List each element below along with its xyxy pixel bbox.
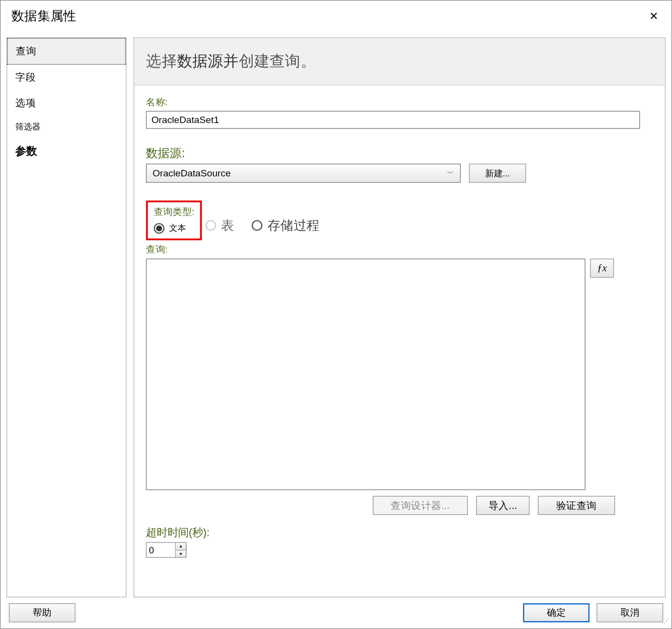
radio-table[interactable]: 表	[206, 216, 234, 234]
datasource-value: OracleDataSource	[153, 168, 231, 179]
datasource-label: 数据源:	[146, 145, 653, 161]
heading-tail: 查询。	[269, 52, 316, 70]
sidebar-item-options[interactable]: 选项	[7, 90, 126, 116]
query-designer-button[interactable]: 查询设计器...	[373, 496, 468, 515]
query-input[interactable]	[146, 258, 585, 490]
sidebar-item-query[interactable]: 查询	[7, 38, 126, 65]
timeout-input[interactable]	[147, 543, 176, 557]
import-button[interactable]: 导入...	[476, 496, 530, 515]
fx-button[interactable]: ƒx	[590, 258, 614, 277]
heading-part2: 创建	[239, 52, 269, 70]
radio-text-label: 文本	[169, 223, 186, 234]
sidebar-item-filters[interactable]: 筛选器	[7, 116, 126, 138]
chevron-down-icon: ﹀	[447, 168, 454, 178]
validate-query-button[interactable]: 验证查询	[538, 496, 615, 515]
radio-sproc-label: 存储过程	[268, 216, 320, 234]
dialog-window: 数据集属性 ✕ 查询 字段 选项 筛选器 参数 选择数据源并创建查询。 名称: …	[0, 0, 672, 629]
window-title: 数据集属性	[11, 7, 645, 25]
radio-sproc-icon	[252, 220, 263, 231]
radio-text-icon	[154, 223, 165, 234]
spinner-up-icon[interactable]: ▲	[176, 543, 185, 550]
name-input[interactable]	[146, 111, 640, 129]
timeout-spinner[interactable]: ▲ ▼	[146, 542, 186, 557]
cancel-button[interactable]: 取消	[597, 603, 663, 622]
dialog-footer: 帮助 确定 取消 ⋰	[0, 597, 672, 628]
sidebar-item-fields[interactable]: 字段	[7, 65, 126, 90]
sidebar-item-params[interactable]: 参数	[7, 138, 126, 165]
main-heading: 选择数据源并创建查询。	[134, 38, 665, 85]
name-label: 名称:	[146, 96, 653, 108]
resize-grip-icon: ⋰	[663, 619, 670, 626]
main-content: 名称: 数据源: OracleDataSource ﹀ 新建... 查询类型:	[134, 85, 665, 597]
radio-text[interactable]: 文本	[154, 223, 186, 234]
radio-table-label: 表	[221, 216, 234, 234]
highlight-box: 查询类型: 文本	[146, 201, 202, 240]
new-datasource-button[interactable]: 新建...	[469, 164, 526, 182]
radio-table-icon	[206, 220, 217, 231]
ok-button[interactable]: 确定	[523, 603, 589, 622]
heading-part1: 选择	[146, 52, 177, 70]
close-icon[interactable]: ✕	[645, 8, 663, 24]
sidebar: 查询 字段 选项 筛选器 参数	[6, 38, 127, 597]
heading-bold: 数据源并	[177, 52, 239, 70]
timeout-label: 超时时间(秒):	[146, 526, 653, 540]
querytype-label: 查询类型:	[154, 206, 194, 218]
help-button[interactable]: 帮助	[9, 603, 75, 622]
query-label: 查询:	[146, 244, 653, 256]
datasource-select[interactable]: OracleDataSource ﹀	[146, 164, 460, 182]
main-pane: 选择数据源并创建查询。 名称: 数据源: OracleDataSource ﹀ …	[134, 38, 666, 597]
titlebar: 数据集属性 ✕	[0, 0, 672, 31]
dialog-body: 查询 字段 选项 筛选器 参数 选择数据源并创建查询。 名称: 数据源: Ora…	[0, 32, 672, 597]
radio-sproc[interactable]: 存储过程	[252, 216, 320, 234]
spinner-down-icon[interactable]: ▼	[176, 550, 185, 557]
